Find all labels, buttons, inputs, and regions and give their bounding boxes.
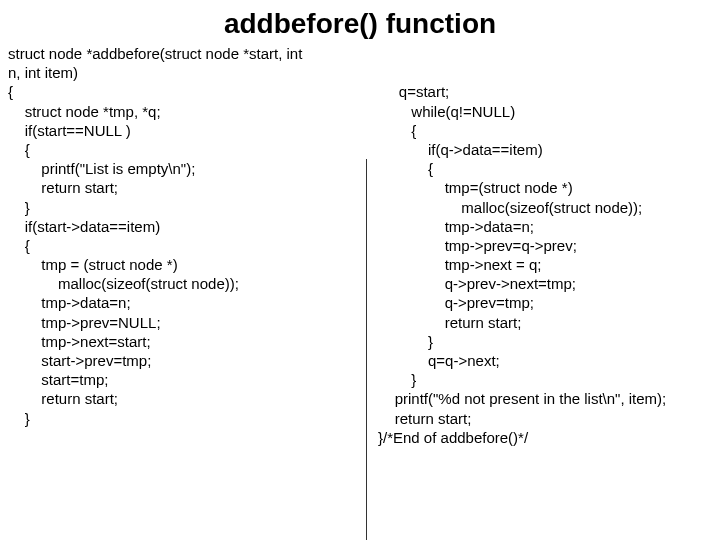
code-left: struct node *addbefore(struct node *star…: [8, 44, 378, 447]
code-wrap: struct node *addbefore(struct node *star…: [0, 44, 720, 447]
page-title: addbefore() function: [0, 8, 720, 40]
columns: struct node *addbefore(struct node *star…: [0, 44, 720, 447]
column-divider: [366, 159, 367, 540]
code-right: q=start; while(q!=NULL) { if(q->data==it…: [378, 44, 712, 447]
